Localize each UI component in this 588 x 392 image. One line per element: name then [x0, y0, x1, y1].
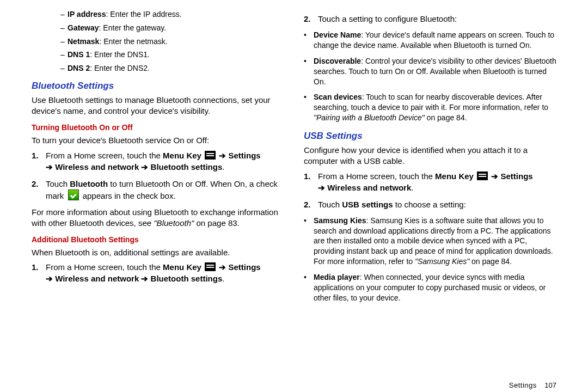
list-item: Gateway: Enter the gateway.	[58, 23, 284, 33]
step-text: Touch a setting to configure Bluetooth:	[318, 13, 457, 24]
step-text: Touch Bluetooth to turn Bluetooth On or …	[46, 178, 284, 201]
page-footer: Settings 107	[0, 381, 588, 392]
list-item: Samsung Kies: Samsung Kies is a software…	[304, 216, 556, 267]
settings-label: Settings	[500, 171, 532, 181]
text: From a Home screen, touch the	[318, 171, 435, 181]
step-number: 1.	[32, 150, 46, 161]
term: Discoverable	[314, 57, 361, 65]
bluetooth-intro: Use Bluetooth settings to manage Bluetoo…	[32, 95, 284, 117]
desc: : Enter the DNS2.	[90, 64, 150, 72]
list-item: Discoverable: Control your device's visi…	[304, 56, 556, 87]
path-segment: Bluetooth settings	[151, 162, 223, 171]
list-item: DNS 2: Enter the DNS2.	[58, 64, 284, 73]
more-info: For more information about using Bluetoo…	[32, 207, 284, 229]
term: Samsung Kies	[314, 216, 366, 225]
arrow-icon	[46, 274, 55, 283]
configure-steps: 2. Touch a setting to configure Bluetoot…	[304, 13, 556, 24]
period: .	[222, 274, 224, 283]
period: .	[411, 183, 413, 192]
footer-section: Settings	[509, 381, 537, 389]
bullet-icon	[304, 216, 314, 226]
usb-options-list: Samsung Kies: Samsung Kies is a software…	[304, 216, 556, 303]
step-number: 2.	[32, 178, 46, 189]
heading-usb-settings: USB Settings	[304, 131, 556, 142]
text: From a Home screen, touch the	[46, 262, 163, 272]
step-1: 1. From a Home screen, touch the Menu Ke…	[32, 261, 284, 284]
path-segment: Bluetooth settings	[151, 274, 223, 283]
menu-key-label: Menu Key	[163, 262, 201, 272]
left-column: IP address: Enter the IP address. Gatewa…	[22, 10, 294, 381]
right-column: 2. Touch a setting to configure Bluetoot…	[294, 10, 566, 381]
list-item: Scan devices: Touch to scan for nearby d…	[304, 92, 556, 123]
dash-icon	[58, 23, 68, 33]
step-1: 1. From a Home screen, touch the Menu Ke…	[304, 170, 556, 193]
step-text: From a Home screen, touch the Menu Key S…	[318, 170, 533, 193]
arrow-icon	[139, 274, 150, 283]
step-number: 2.	[304, 13, 318, 24]
menu-key-icon	[205, 262, 216, 271]
desc: : Enter the IP address.	[106, 10, 182, 19]
dash-icon	[58, 64, 68, 73]
usb-intro: Configure how your device is identified …	[304, 145, 556, 167]
text: Touch	[46, 179, 70, 188]
desc: : Enter the netmask.	[99, 37, 167, 46]
list-item: Media player: When connected, your devic…	[304, 272, 556, 303]
step-2: 2. Touch a setting to configure Bluetoot…	[304, 13, 556, 24]
turning-steps: 1. From a Home screen, touch the Menu Ke…	[32, 150, 284, 201]
text: on page 84.	[425, 113, 467, 122]
menu-key-icon	[205, 151, 216, 160]
desc: : Enter the gateway.	[99, 23, 166, 32]
dash-icon	[58, 50, 68, 59]
arrow-icon	[217, 262, 228, 272]
term: Device Name	[314, 30, 361, 39]
menu-key-label: Menu Key	[435, 171, 474, 181]
term: Netmask	[68, 37, 99, 46]
desc: : Enter the DNS1.	[90, 50, 150, 59]
heading-turning-bluetooth: Turning Bluetooth On or Off	[32, 123, 284, 132]
step-number: 2.	[304, 199, 318, 210]
step-text: From a Home screen, touch the Menu Key S…	[46, 261, 261, 284]
list-item: DNS 1: Enter the DNS1.	[58, 50, 284, 59]
term: Scan devices	[314, 93, 362, 101]
text: to choose a setting:	[393, 200, 466, 209]
bluetooth-options-list: Device Name: Your device's default name …	[304, 30, 556, 123]
menu-key-icon	[477, 171, 488, 180]
cross-ref: "Samsung Kies"	[415, 257, 469, 266]
page-number: 107	[544, 381, 556, 389]
step-1: 1. From a Home screen, touch the Menu Ke…	[32, 150, 284, 173]
period: .	[222, 162, 224, 171]
dash-icon	[58, 10, 68, 19]
additional-intro: When Bluetooth is on, additional setting…	[32, 247, 284, 258]
text: on page 83.	[194, 218, 239, 228]
text: appears in the check box.	[81, 191, 176, 200]
usb-settings-label: USB settings	[342, 200, 393, 209]
path-segment: Wireless and network	[327, 183, 411, 192]
menu-key-label: Menu Key	[163, 151, 201, 160]
arrow-icon	[489, 171, 500, 181]
term: DNS 1	[68, 50, 90, 59]
turning-intro: To turn your device's Bluetooth service …	[32, 135, 284, 146]
page: IP address: Enter the IP address. Gatewa…	[0, 0, 588, 381]
step-text: Touch USB settings to choose a setting:	[318, 199, 466, 210]
list-item: IP address: Enter the IP address.	[58, 10, 284, 19]
bullet-icon	[304, 56, 314, 66]
step-text: From a Home screen, touch the Menu Key S…	[46, 150, 261, 173]
step-2: 2. Touch Bluetooth to turn Bluetooth On …	[32, 178, 284, 201]
step-2: 2. Touch USB settings to choose a settin…	[304, 199, 556, 210]
arrow-icon	[46, 162, 55, 171]
term: Media player	[314, 273, 360, 281]
list-item: Device Name: Your device's default name …	[304, 30, 556, 51]
step-number: 1.	[304, 170, 318, 182]
dash-icon	[58, 37, 68, 46]
step-number: 1.	[32, 261, 46, 273]
arrow-icon	[318, 183, 327, 192]
bullet-icon	[304, 92, 314, 102]
additional-steps: 1. From a Home screen, touch the Menu Ke…	[32, 261, 284, 284]
bluetooth-label: Bluetooth	[70, 179, 108, 188]
path-segment: Wireless and network	[55, 274, 139, 283]
text: From a Home screen, touch the	[46, 151, 163, 160]
cross-ref: "Pairing with a Bluetooth Device"	[314, 113, 425, 122]
term: DNS 2	[68, 64, 90, 72]
arrow-icon	[217, 151, 228, 160]
usb-steps: 1. From a Home screen, touch the Menu Ke…	[304, 170, 556, 210]
